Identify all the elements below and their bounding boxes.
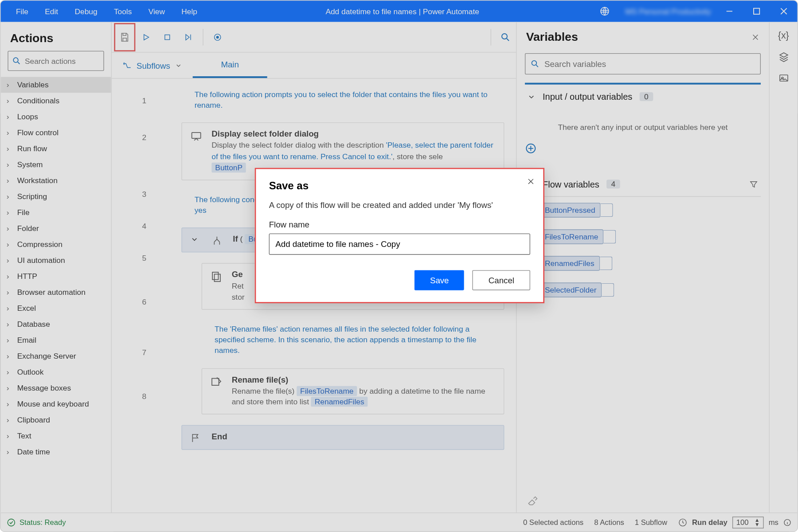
dialog-title: Save as: [269, 180, 530, 192]
flow-name-input[interactable]: [269, 234, 530, 255]
cancel-button[interactable]: Cancel: [473, 270, 530, 290]
save-button[interactable]: Save: [415, 270, 464, 290]
close-icon: [527, 177, 535, 186]
save-as-dialog: Save as A copy of this flow will be crea…: [255, 168, 544, 303]
dialog-close-button[interactable]: [527, 177, 535, 186]
dialog-description: A copy of this flow will be created and …: [269, 200, 530, 210]
flow-name-label: Flow name: [269, 220, 309, 229]
